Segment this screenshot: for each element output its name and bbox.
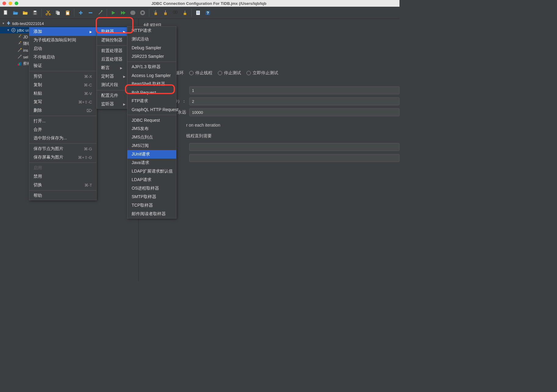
ctx-start[interactable]: 启动 [29, 44, 96, 53]
maximize-window-button[interactable] [15, 2, 18, 5]
browse-button[interactable] [21, 8, 30, 17]
panel-title: 线程组 [144, 22, 399, 30]
ctx-copy[interactable]: 复制⌘-C [29, 81, 96, 89]
ctx-sampler-item[interactable]: JSR223 Sampler [127, 52, 176, 61]
svg-point-5 [49, 13, 51, 15]
svg-rect-27 [20, 62, 21, 65]
stop-all-button[interactable] [138, 8, 147, 17]
svg-rect-18 [196, 11, 200, 15]
tree-item-label: sel [23, 55, 28, 59]
close-window-button[interactable] [2, 2, 6, 5]
rampup-input[interactable] [189, 97, 399, 105]
ctx-assertion[interactable]: 断言▶ [97, 64, 127, 72]
clear-all-button[interactable] [161, 8, 170, 17]
sampler-submenu[interactable]: HTTP请求测试活动Debug SamplerJSR223 SamplerAJP… [127, 26, 176, 219]
wand-button[interactable] [96, 8, 105, 17]
svg-rect-3 [34, 13, 36, 15]
ctx-open[interactable]: 打开... [29, 117, 96, 125]
ctx-add-response-time[interactable]: 为子线程添加响应时间 [29, 36, 96, 44]
loop-count-input[interactable] [189, 108, 399, 116]
ctx-sampler-item[interactable]: Bolt Request [127, 88, 176, 97]
svg-rect-14 [164, 12, 167, 15]
context-menu[interactable]: 添加▶ 为子线程添加响应时间 启动 不停顿启动 验证 剪切⌘-X 复制⌘-C 粘… [29, 27, 97, 200]
add-button[interactable] [76, 8, 85, 17]
ctx-sampler-item[interactable]: FTP请求 [127, 97, 176, 105]
ctx-sampler-item[interactable]: GraphQL HTTP Request [127, 105, 176, 114]
open-folder-button[interactable] [11, 8, 20, 17]
ctx-duplicate[interactable]: 复写⌘+⇧-C [29, 98, 96, 106]
ctx-cut[interactable]: 剪切⌘-X [29, 72, 96, 81]
ctx-sampler-item[interactable]: LDAP扩展请求默认值 [127, 167, 176, 176]
clear-button[interactable] [151, 8, 160, 17]
ctx-sampler-item[interactable]: Access Log Sampler [127, 71, 176, 80]
notes-button[interactable] [193, 8, 203, 17]
ctx-sampler-item[interactable]: JMS订阅 [127, 142, 176, 150]
ctx-save-screen-image[interactable]: 保存屏幕为图片⌘+⇧-G [29, 153, 96, 162]
ctx-post-processor[interactable]: 后置处理器▶ [97, 55, 127, 64]
run-button[interactable] [109, 8, 118, 17]
main-toolbar: ? [0, 7, 399, 19]
remove-button[interactable] [86, 8, 95, 17]
paste-button[interactable] [63, 8, 72, 17]
ctx-sampler-item[interactable]: Java请求 [127, 159, 176, 167]
ctx-sampler-item[interactable]: LDAP请求 [127, 176, 176, 184]
radio-stop-thread[interactable]: 停止线程 [189, 70, 212, 76]
ctx-save-node-image[interactable]: 保存节点为图片⌘-G [29, 145, 96, 153]
ctx-paste[interactable]: 粘贴⌘-V [29, 89, 96, 98]
ctx-save-selection[interactable]: 选中部分保存为... [29, 134, 96, 142]
ctx-pre-processor[interactable]: 前置处理器▶ [97, 47, 127, 55]
ctx-disable[interactable]: 禁用 [29, 172, 96, 181]
ctx-help[interactable]: 帮助 [29, 191, 96, 200]
ctx-sampler-item[interactable]: JDBC Request [127, 116, 176, 124]
radio-stop-test[interactable]: 停止测试 [218, 70, 241, 76]
svg-rect-7 [57, 12, 60, 15]
save-button[interactable] [30, 8, 40, 17]
ctx-sampler-item[interactable]: HTTP请求 [127, 26, 176, 35]
threads-input[interactable] [189, 86, 399, 94]
ctx-sampler-item[interactable]: TCP取样器 [127, 201, 176, 210]
svg-rect-10 [66, 12, 69, 15]
tree-root[interactable]: ▼ tidb-test20221014 [0, 20, 138, 27]
radio-stop-now[interactable]: 立即停止测试 [247, 70, 278, 76]
ctx-add[interactable]: 添加▶ [29, 27, 96, 36]
ctx-start-no-pause[interactable]: 不停顿启动 [29, 53, 96, 61]
help-button[interactable]: ? [203, 8, 212, 17]
ctx-delete[interactable]: 删除⌦ [29, 106, 96, 115]
stop-button[interactable] [128, 8, 137, 17]
svg-rect-2 [34, 11, 36, 12]
minimize-window-button[interactable] [9, 2, 12, 5]
ctx-logic-controller[interactable]: 逻辑控制器▶ [97, 36, 127, 44]
ctx-sampler[interactable]: 取样器▶ [97, 27, 127, 36]
ctx-merge[interactable]: 合并 [29, 125, 96, 134]
ctx-sampler-item[interactable]: SMTP取样器 [127, 193, 176, 201]
brush-button[interactable] [180, 8, 190, 17]
cut-button[interactable] [44, 8, 53, 17]
ctx-sampler-item[interactable]: BeanShell 取样器 [127, 80, 176, 88]
ctx-sampler-item[interactable]: Debug Sampler [127, 44, 176, 52]
ctx-listener[interactable]: 监听器▶ [97, 100, 127, 108]
ctx-test-fragment[interactable]: 测试片段▶ [97, 81, 127, 89]
ctx-config-element[interactable]: 配置元件▶ [97, 91, 127, 100]
ctx-sampler-item[interactable]: JMS发布 [127, 124, 176, 133]
ctx-validate[interactable]: 验证 [29, 61, 96, 70]
ctx-sampler-item[interactable]: JMS点到点 [127, 133, 176, 142]
ctx-timer[interactable]: 定时器▶ [97, 72, 127, 81]
add-submenu[interactable]: 取样器▶ 逻辑控制器▶ 前置处理器▶ 后置处理器▶ 断言▶ 定时器▶ 测试片段▶… [97, 27, 127, 109]
new-file-button[interactable] [1, 8, 10, 17]
section-label: 误执行的动作 [144, 62, 399, 67]
ctx-toggle[interactable]: 切换⌘-T [29, 181, 96, 189]
svg-point-24 [20, 55, 22, 56]
field-a-input[interactable] [189, 143, 399, 151]
field-b-input[interactable] [189, 154, 399, 162]
run-forward-button[interactable] [119, 8, 128, 17]
ctx-sampler-item[interactable]: 测试活动 [127, 35, 176, 44]
svg-rect-9 [67, 10, 69, 11]
copy-button[interactable] [53, 8, 62, 17]
ctx-sampler-item[interactable]: AJP/1.3 取样器 [127, 63, 176, 71]
svg-rect-12 [142, 12, 144, 14]
ctx-sampler-item[interactable]: OS进程取样器 [127, 184, 176, 193]
ctx-sampler-item[interactable]: 邮件阅读者取样器 [127, 210, 176, 218]
search-button[interactable] [171, 8, 180, 17]
ctx-sampler-item[interactable]: JUnit请求 [127, 150, 176, 159]
need-text: 线程直到需要 [186, 133, 212, 139]
